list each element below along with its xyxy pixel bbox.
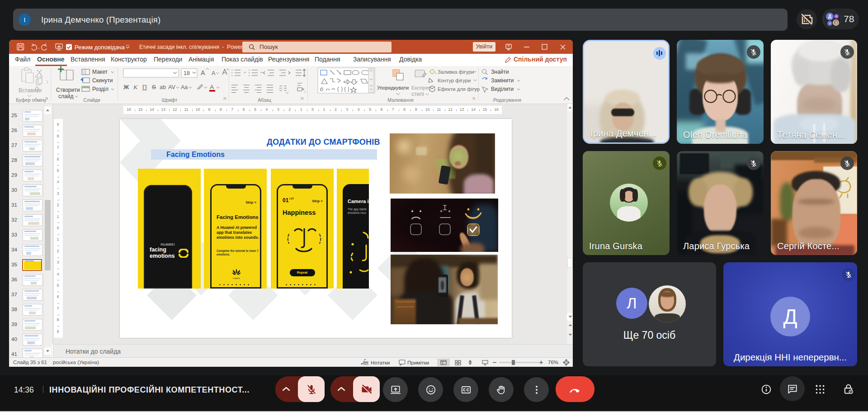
svg-text:Aa: Aa — [181, 84, 188, 90]
svg-text:18: 18 — [184, 70, 190, 76]
svg-text:А: А — [212, 70, 216, 76]
svg-text:ab: ab — [160, 84, 166, 90]
svg-text:Упорядкувати: Упорядкувати — [377, 85, 409, 90]
svg-text:А: А — [201, 69, 205, 76]
svg-text:слайд: слайд — [58, 93, 73, 99]
svg-text:Примітки: Примітки — [407, 360, 429, 365]
svg-text:Ефекти для фігур: Ефекти для фігур — [438, 86, 480, 92]
svg-text:Режим доповідача: Режим доповідача — [75, 44, 125, 51]
svg-text:Розділ: Розділ — [92, 86, 108, 92]
svg-text:Створити: Створити — [56, 87, 80, 93]
svg-text:стилі: стилі — [411, 91, 424, 97]
svg-text:К: К — [133, 84, 138, 90]
svg-text:Замінити: Замінити — [491, 77, 514, 84]
svg-text:П: П — [142, 84, 147, 90]
svg-text:HUAWEI: HUAWEI — [233, 277, 240, 279]
svg-text:Нотатки: Нотатки — [371, 360, 390, 365]
svg-text:Виділити: Виділити — [491, 86, 514, 92]
svg-text:Макет: Макет — [92, 69, 108, 75]
svg-text:Заливка фігури: Заливка фігури — [438, 69, 474, 75]
svg-text:А: А — [210, 84, 214, 90]
svg-text:S: S — [152, 84, 156, 90]
svg-text:Скинути: Скинути — [92, 77, 113, 84]
svg-text:Контур фігури: Контур фігури — [438, 78, 471, 83]
svg-text:AV: AV — [168, 84, 175, 90]
svg-text:Знайти: Знайти — [491, 69, 509, 75]
svg-text:Ж: Ж — [123, 84, 129, 90]
